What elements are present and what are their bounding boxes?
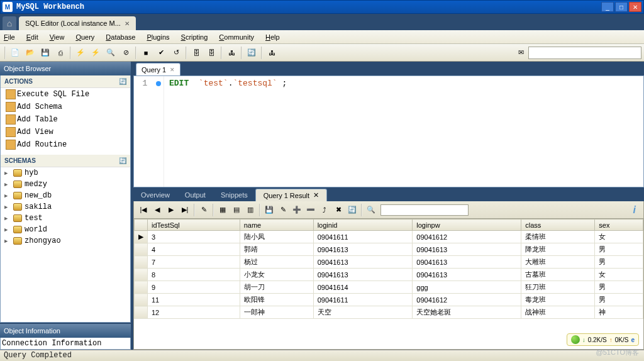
table-row[interactable]: 9胡一刀09041614ggg狂刀班男: [135, 281, 643, 294]
menu-query[interactable]: Query: [75, 33, 94, 41]
cancel-icon[interactable]: ⊘: [119, 46, 133, 60]
delete-row-icon[interactable]: ✖: [332, 204, 345, 216]
cell[interactable]: 男: [595, 294, 643, 306]
row-marker[interactable]: [135, 306, 148, 319]
menu-help[interactable]: Help: [265, 33, 280, 41]
execute-current-icon[interactable]: ⚡: [89, 46, 103, 60]
tab-snippets[interactable]: Snippets: [213, 189, 255, 201]
network-speed-widget[interactable]: ↓0.2K/S ↑0K/S e: [567, 333, 639, 346]
tab-query-result[interactable]: Query 1 Result✕: [255, 189, 327, 201]
grid-view3-icon[interactable]: ▥: [244, 204, 257, 216]
schema-medzy[interactable]: ▶medzy: [1, 179, 130, 190]
cell[interactable]: 3: [148, 231, 240, 243]
schema-zhongyao[interactable]: ▶zhongyao: [1, 235, 130, 247]
cell[interactable]: 一郎神: [240, 306, 313, 319]
cell[interactable]: 神: [595, 306, 643, 319]
cell[interactable]: 男: [595, 243, 643, 256]
home-tab[interactable]: [3, 16, 16, 30]
info-icon[interactable]: i: [633, 204, 641, 216]
edit-row-icon[interactable]: ✎: [277, 204, 289, 216]
cell[interactable]: 8: [148, 269, 240, 281]
next-row-icon[interactable]: ▶: [165, 204, 177, 216]
rollback-icon[interactable]: ↺: [169, 46, 183, 60]
cell[interactable]: 陆小凤: [240, 231, 313, 243]
sql-editor-tab[interactable]: SQL Editor (Local instance M... ✕: [19, 16, 136, 30]
row-marker[interactable]: [135, 294, 148, 306]
cell[interactable]: 7: [148, 256, 240, 269]
cell[interactable]: 古墓班: [521, 269, 595, 281]
schema2-icon[interactable]: 🗄: [204, 46, 218, 60]
sync-icon[interactable]: 🔄: [245, 46, 258, 60]
close-result-tab-icon[interactable]: ✕: [313, 191, 319, 199]
schema-new_db[interactable]: ▶new_db: [1, 190, 130, 201]
column-class[interactable]: class: [521, 219, 595, 231]
table-row[interactable]: 12一郎神天空天空她老斑战神班神: [135, 306, 643, 319]
cell[interactable]: 狂刀班: [521, 281, 595, 294]
cell[interactable]: 女: [595, 269, 643, 281]
table-row[interactable]: 8小龙女0904161309041613古墓班女: [135, 269, 643, 281]
open-file-icon[interactable]: 📂: [23, 46, 37, 60]
cell[interactable]: 战神班: [521, 306, 595, 319]
maximize-button[interactable]: □: [615, 2, 628, 12]
cell[interactable]: 11: [148, 294, 240, 306]
cell[interactable]: 09041612: [413, 294, 521, 306]
cell[interactable]: 郭靖: [240, 243, 313, 256]
tab-overview[interactable]: Overview: [133, 189, 177, 201]
prev-row-icon[interactable]: ◀: [151, 204, 164, 216]
explain-icon[interactable]: 🔍: [104, 46, 118, 60]
schema-hyb[interactable]: ▶hyb: [1, 167, 130, 179]
cell[interactable]: 09041613: [313, 256, 413, 269]
tab-output[interactable]: Output: [177, 189, 213, 201]
menu-file[interactable]: File: [4, 33, 15, 41]
row-marker[interactable]: [135, 281, 148, 294]
cell[interactable]: 欧阳锋: [240, 294, 313, 306]
close-query-tab-icon[interactable]: ✕: [170, 67, 175, 73]
cell[interactable]: ggg: [413, 281, 521, 294]
first-row-icon[interactable]: |◀: [137, 204, 150, 216]
schema-test[interactable]: ▶test: [1, 213, 130, 224]
search-input[interactable]: [528, 47, 641, 59]
close-tab-icon[interactable]: ✕: [125, 20, 130, 27]
edit-mode-icon[interactable]: ✎: [197, 204, 210, 216]
remove-row-icon[interactable]: ➖: [304, 204, 317, 216]
row-marker[interactable]: ▶: [135, 231, 148, 243]
cell[interactable]: 小龙女: [240, 269, 313, 281]
cell[interactable]: 降龙班: [521, 243, 595, 256]
new-file-icon[interactable]: 📄: [8, 46, 22, 60]
menu-view[interactable]: View: [50, 33, 65, 41]
grid-view2-icon[interactable]: ▤: [230, 204, 243, 216]
row-marker[interactable]: [135, 269, 148, 281]
cell[interactable]: 女: [595, 231, 643, 243]
column-idTestSql[interactable]: idTestSql: [148, 219, 240, 231]
cell[interactable]: 9: [148, 281, 240, 294]
result-search-input[interactable]: [380, 204, 469, 216]
cell[interactable]: 天空: [313, 306, 413, 319]
execute-icon[interactable]: ⚡: [74, 46, 87, 60]
column-loginpw[interactable]: loginpw: [413, 219, 521, 231]
breakpoint-icon[interactable]: [156, 81, 161, 86]
table-row[interactable]: 4郭靖0904161309041613降龙班男: [135, 243, 643, 256]
action-add-table[interactable]: Add Table: [1, 113, 130, 126]
ie-icon[interactable]: e: [631, 336, 635, 343]
mail-star-icon[interactable]: ✉: [514, 46, 528, 60]
cell[interactable]: 09041613: [313, 269, 413, 281]
sql-editor[interactable]: 1 EDIT `test`.`testsql` ;: [133, 75, 644, 187]
menu-community[interactable]: Community: [219, 33, 254, 41]
add-row-icon[interactable]: ➕: [291, 204, 303, 216]
cell[interactable]: 09041613: [413, 243, 521, 256]
action-add-view[interactable]: Add View: [1, 126, 130, 138]
cell[interactable]: 09041612: [413, 231, 521, 243]
cell[interactable]: 09041611: [313, 231, 413, 243]
row-marker[interactable]: [135, 256, 148, 269]
refresh-result-icon[interactable]: 🔄: [346, 204, 358, 216]
cell[interactable]: 09041613: [413, 269, 521, 281]
column-sex[interactable]: sex: [595, 219, 643, 231]
export-icon[interactable]: ⤴: [318, 204, 331, 216]
save-icon[interactable]: 💾: [38, 46, 52, 60]
schema-sakila[interactable]: ▶sakila: [1, 201, 130, 213]
result-grid[interactable]: idTestSqlnameloginidloginpwclasssex ▶3陆小…: [134, 219, 643, 319]
apply-changes-icon[interactable]: 💾: [263, 204, 275, 216]
table-row[interactable]: ▶3陆小凤0904161109041612柔情班女: [135, 231, 643, 243]
table-row[interactable]: 11欧阳锋0904161109041612毒龙班男: [135, 294, 643, 306]
sql-code[interactable]: EDIT `test`.`testsql` ;: [164, 76, 292, 187]
